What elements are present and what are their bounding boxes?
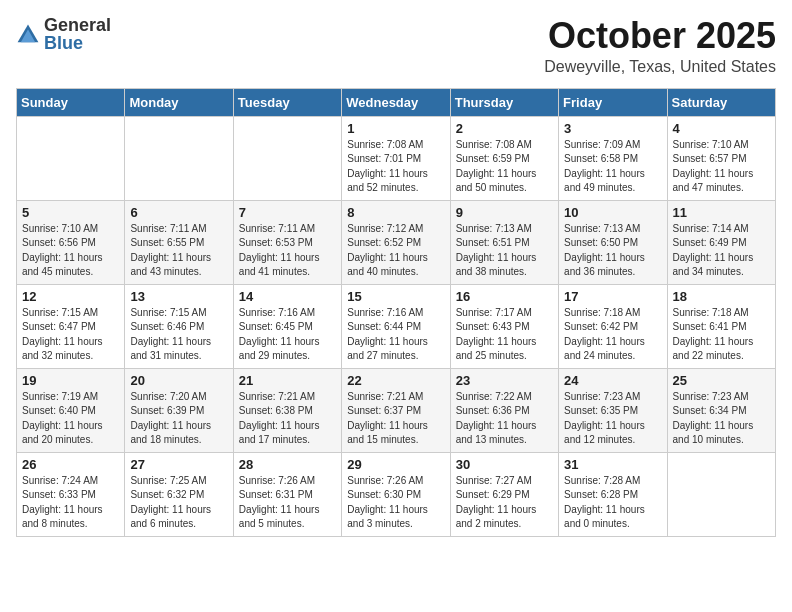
day-number: 17 — [564, 289, 661, 304]
calendar-cell: 19Sunrise: 7:19 AM Sunset: 6:40 PM Dayli… — [17, 368, 125, 452]
day-number: 9 — [456, 205, 553, 220]
day-info: Sunrise: 7:26 AM Sunset: 6:31 PM Dayligh… — [239, 474, 336, 532]
calendar-cell — [667, 452, 775, 536]
page-title: October 2025 — [544, 16, 776, 56]
calendar-cell: 23Sunrise: 7:22 AM Sunset: 6:36 PM Dayli… — [450, 368, 558, 452]
day-number: 4 — [673, 121, 770, 136]
day-number: 14 — [239, 289, 336, 304]
calendar-cell: 1Sunrise: 7:08 AM Sunset: 7:01 PM Daylig… — [342, 116, 450, 200]
header-row: SundayMondayTuesdayWednesdayThursdayFrid… — [17, 88, 776, 116]
day-number: 27 — [130, 457, 227, 472]
header-cell-sunday: Sunday — [17, 88, 125, 116]
calendar-header: SundayMondayTuesdayWednesdayThursdayFrid… — [17, 88, 776, 116]
page-header: General Blue October 2025 Deweyville, Te… — [16, 16, 776, 76]
day-number: 25 — [673, 373, 770, 388]
day-info: Sunrise: 7:26 AM Sunset: 6:30 PM Dayligh… — [347, 474, 444, 532]
day-info: Sunrise: 7:16 AM Sunset: 6:44 PM Dayligh… — [347, 306, 444, 364]
calendar-cell: 6Sunrise: 7:11 AM Sunset: 6:55 PM Daylig… — [125, 200, 233, 284]
calendar-cell: 3Sunrise: 7:09 AM Sunset: 6:58 PM Daylig… — [559, 116, 667, 200]
header-cell-wednesday: Wednesday — [342, 88, 450, 116]
calendar-cell: 17Sunrise: 7:18 AM Sunset: 6:42 PM Dayli… — [559, 284, 667, 368]
calendar-body: 1Sunrise: 7:08 AM Sunset: 7:01 PM Daylig… — [17, 116, 776, 536]
calendar-cell: 21Sunrise: 7:21 AM Sunset: 6:38 PM Dayli… — [233, 368, 341, 452]
day-number: 23 — [456, 373, 553, 388]
day-number: 19 — [22, 373, 119, 388]
day-number: 30 — [456, 457, 553, 472]
page-subtitle: Deweyville, Texas, United States — [544, 58, 776, 76]
day-number: 10 — [564, 205, 661, 220]
day-info: Sunrise: 7:15 AM Sunset: 6:46 PM Dayligh… — [130, 306, 227, 364]
day-info: Sunrise: 7:20 AM Sunset: 6:39 PM Dayligh… — [130, 390, 227, 448]
day-number: 7 — [239, 205, 336, 220]
calendar-row: 1Sunrise: 7:08 AM Sunset: 7:01 PM Daylig… — [17, 116, 776, 200]
title-block: October 2025 Deweyville, Texas, United S… — [544, 16, 776, 76]
header-cell-saturday: Saturday — [667, 88, 775, 116]
calendar-cell: 20Sunrise: 7:20 AM Sunset: 6:39 PM Dayli… — [125, 368, 233, 452]
day-number: 8 — [347, 205, 444, 220]
calendar-cell: 13Sunrise: 7:15 AM Sunset: 6:46 PM Dayli… — [125, 284, 233, 368]
day-info: Sunrise: 7:22 AM Sunset: 6:36 PM Dayligh… — [456, 390, 553, 448]
day-number: 5 — [22, 205, 119, 220]
day-info: Sunrise: 7:11 AM Sunset: 6:55 PM Dayligh… — [130, 222, 227, 280]
day-number: 28 — [239, 457, 336, 472]
day-info: Sunrise: 7:16 AM Sunset: 6:45 PM Dayligh… — [239, 306, 336, 364]
day-info: Sunrise: 7:11 AM Sunset: 6:53 PM Dayligh… — [239, 222, 336, 280]
day-info: Sunrise: 7:21 AM Sunset: 6:37 PM Dayligh… — [347, 390, 444, 448]
calendar-cell: 14Sunrise: 7:16 AM Sunset: 6:45 PM Dayli… — [233, 284, 341, 368]
day-info: Sunrise: 7:23 AM Sunset: 6:34 PM Dayligh… — [673, 390, 770, 448]
calendar-cell — [17, 116, 125, 200]
day-number: 21 — [239, 373, 336, 388]
calendar-cell: 9Sunrise: 7:13 AM Sunset: 6:51 PM Daylig… — [450, 200, 558, 284]
calendar-cell: 7Sunrise: 7:11 AM Sunset: 6:53 PM Daylig… — [233, 200, 341, 284]
calendar-cell — [125, 116, 233, 200]
day-number: 31 — [564, 457, 661, 472]
day-info: Sunrise: 7:10 AM Sunset: 6:56 PM Dayligh… — [22, 222, 119, 280]
calendar-cell: 24Sunrise: 7:23 AM Sunset: 6:35 PM Dayli… — [559, 368, 667, 452]
day-info: Sunrise: 7:14 AM Sunset: 6:49 PM Dayligh… — [673, 222, 770, 280]
header-cell-monday: Monday — [125, 88, 233, 116]
day-number: 12 — [22, 289, 119, 304]
day-info: Sunrise: 7:18 AM Sunset: 6:42 PM Dayligh… — [564, 306, 661, 364]
day-number: 18 — [673, 289, 770, 304]
day-info: Sunrise: 7:09 AM Sunset: 6:58 PM Dayligh… — [564, 138, 661, 196]
day-number: 15 — [347, 289, 444, 304]
calendar-row: 5Sunrise: 7:10 AM Sunset: 6:56 PM Daylig… — [17, 200, 776, 284]
logo-icon — [16, 23, 40, 47]
calendar-cell: 12Sunrise: 7:15 AM Sunset: 6:47 PM Dayli… — [17, 284, 125, 368]
calendar-cell: 10Sunrise: 7:13 AM Sunset: 6:50 PM Dayli… — [559, 200, 667, 284]
day-number: 6 — [130, 205, 227, 220]
logo: General Blue — [16, 16, 111, 54]
calendar-table: SundayMondayTuesdayWednesdayThursdayFrid… — [16, 88, 776, 537]
day-info: Sunrise: 7:23 AM Sunset: 6:35 PM Dayligh… — [564, 390, 661, 448]
calendar-cell: 15Sunrise: 7:16 AM Sunset: 6:44 PM Dayli… — [342, 284, 450, 368]
day-number: 1 — [347, 121, 444, 136]
day-info: Sunrise: 7:24 AM Sunset: 6:33 PM Dayligh… — [22, 474, 119, 532]
day-info: Sunrise: 7:10 AM Sunset: 6:57 PM Dayligh… — [673, 138, 770, 196]
day-info: Sunrise: 7:21 AM Sunset: 6:38 PM Dayligh… — [239, 390, 336, 448]
day-number: 26 — [22, 457, 119, 472]
day-info: Sunrise: 7:27 AM Sunset: 6:29 PM Dayligh… — [456, 474, 553, 532]
header-cell-tuesday: Tuesday — [233, 88, 341, 116]
calendar-cell: 22Sunrise: 7:21 AM Sunset: 6:37 PM Dayli… — [342, 368, 450, 452]
calendar-cell: 25Sunrise: 7:23 AM Sunset: 6:34 PM Dayli… — [667, 368, 775, 452]
day-number: 16 — [456, 289, 553, 304]
day-number: 29 — [347, 457, 444, 472]
day-info: Sunrise: 7:28 AM Sunset: 6:28 PM Dayligh… — [564, 474, 661, 532]
day-info: Sunrise: 7:13 AM Sunset: 6:51 PM Dayligh… — [456, 222, 553, 280]
day-number: 2 — [456, 121, 553, 136]
calendar-cell: 4Sunrise: 7:10 AM Sunset: 6:57 PM Daylig… — [667, 116, 775, 200]
calendar-cell: 29Sunrise: 7:26 AM Sunset: 6:30 PM Dayli… — [342, 452, 450, 536]
header-cell-thursday: Thursday — [450, 88, 558, 116]
calendar-cell: 27Sunrise: 7:25 AM Sunset: 6:32 PM Dayli… — [125, 452, 233, 536]
day-info: Sunrise: 7:17 AM Sunset: 6:43 PM Dayligh… — [456, 306, 553, 364]
day-number: 22 — [347, 373, 444, 388]
header-cell-friday: Friday — [559, 88, 667, 116]
calendar-cell: 28Sunrise: 7:26 AM Sunset: 6:31 PM Dayli… — [233, 452, 341, 536]
logo-blue: Blue — [44, 34, 111, 54]
day-number: 11 — [673, 205, 770, 220]
day-info: Sunrise: 7:13 AM Sunset: 6:50 PM Dayligh… — [564, 222, 661, 280]
calendar-row: 19Sunrise: 7:19 AM Sunset: 6:40 PM Dayli… — [17, 368, 776, 452]
calendar-cell: 26Sunrise: 7:24 AM Sunset: 6:33 PM Dayli… — [17, 452, 125, 536]
day-number: 13 — [130, 289, 227, 304]
day-info: Sunrise: 7:08 AM Sunset: 7:01 PM Dayligh… — [347, 138, 444, 196]
